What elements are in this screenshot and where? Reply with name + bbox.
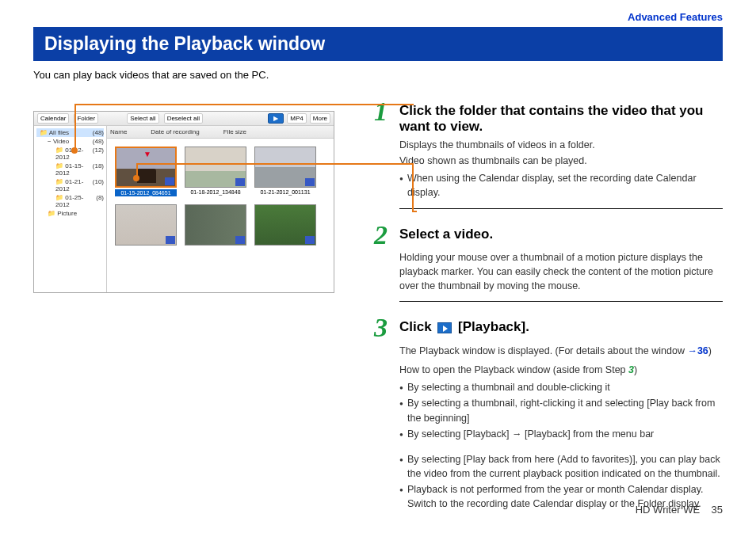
btn-select-all: Select all — [127, 113, 158, 124]
tab-folder: Folder — [74, 113, 98, 124]
col-name: Name — [110, 128, 127, 135]
step-number-2: 2 — [374, 223, 393, 248]
step3-bullet3: By selecting [Playback] → [Playback] fro… — [399, 427, 723, 441]
thumb-label-3: 01-21-2012_001131 — [254, 189, 316, 195]
btn-more: More — [310, 113, 330, 124]
play-button-toolbar: ▶ — [268, 113, 284, 124]
folder-tree: 📁 All files(48) − Video(48) 📁 01-12-2012… — [34, 126, 107, 292]
thumb-label-1: 01-15-2012_084651 — [115, 189, 177, 196]
step-title-3: Click [Playback]. — [399, 319, 529, 335]
page-footer: HD Writer WE 35 — [636, 504, 723, 516]
step2-line1: Holding your mouse over a thumbnail of a… — [399, 250, 723, 293]
tab-calendar: Calendar — [37, 113, 69, 124]
step3-bullet4: By selecting [Play back from here (Add t… — [399, 452, 723, 481]
app-screenshot: Calendar Folder Select all Deselect all … — [33, 111, 334, 293]
thumb-label-2: 01-18-2012_134848 — [185, 189, 246, 195]
step1-line2: Video shown as thumbnails can be played. — [399, 154, 723, 168]
section-link[interactable]: Advanced Features — [628, 11, 723, 23]
btn-deselect-all: Deselect all — [164, 113, 203, 124]
step-title-1: Click the folder that contains the video… — [399, 103, 723, 135]
step3-line2: How to open the Playback window (aside f… — [399, 363, 723, 377]
intro-text: You can play back videos that are saved … — [33, 69, 723, 81]
format-mp4: MP4 — [287, 113, 306, 124]
page-title: Displaying the Playback window — [33, 27, 723, 61]
step1-line1: Displays the thumbnails of videos in a f… — [399, 138, 723, 152]
step3-bullet1: By selecting a thumbnail and double-clic… — [399, 380, 723, 394]
col-date: Date of recording — [151, 128, 199, 135]
step-title-2: Select a video. — [399, 227, 493, 242]
playback-icon — [437, 322, 452, 333]
col-size: File size — [223, 128, 246, 135]
step1-bullet1: When using the Calendar display, set the… — [399, 171, 723, 200]
step3-line1: The Playback window is displayed. (For d… — [399, 344, 723, 358]
step-number-3: 3 — [374, 316, 393, 341]
step3-bullet2: By selecting a thumbnail, right-clicking… — [399, 396, 723, 424]
page-ref-link[interactable]: →36 — [687, 345, 708, 356]
